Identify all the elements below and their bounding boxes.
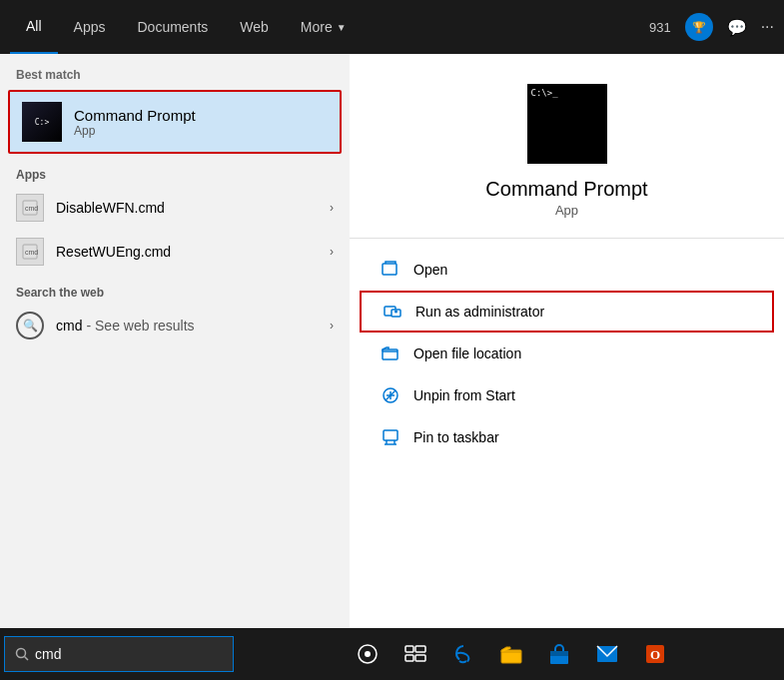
tab-documents[interactable]: Documents: [121, 0, 224, 54]
svg-text:cmd: cmd: [25, 205, 38, 212]
search-input[interactable]: [35, 646, 223, 662]
disable-wfn-label: DisableWFN.cmd: [56, 200, 165, 216]
web-suffix: - See web results: [86, 318, 194, 334]
folder-icon: [380, 342, 401, 364]
mail-icon[interactable]: [589, 636, 625, 672]
app-big-icon: C:\>_: [527, 84, 607, 164]
unpin-icon: [380, 384, 401, 406]
taskbar: O: [0, 628, 784, 680]
action-list: Open Run as administrator: [350, 239, 784, 468]
trophy-badge[interactable]: 🏆: [685, 13, 713, 41]
svg-line-16: [25, 657, 29, 661]
apps-section-label: Apps: [0, 156, 350, 186]
pin-taskbar-label: Pin to taskbar: [413, 429, 499, 445]
svg-rect-21: [405, 655, 413, 661]
disable-wfn-icon: cmd: [16, 194, 44, 222]
app-detail-top: C:\>_ Command Prompt App: [350, 54, 784, 239]
svg-point-7: [394, 311, 397, 314]
app-big-name: Command Prompt: [485, 178, 647, 201]
tab-more[interactable]: More ▼: [285, 0, 363, 54]
admin-icon: [382, 301, 403, 323]
action-unpin-start[interactable]: Unpin from Start: [350, 374, 784, 416]
taskbar-icons: O: [242, 636, 780, 672]
action-run-as-admin[interactable]: Run as administrator: [360, 291, 774, 333]
best-match-type: App: [74, 124, 196, 138]
admin-label: Run as administrator: [415, 304, 544, 320]
task-view-icon[interactable]: [397, 636, 433, 672]
svg-point-15: [17, 649, 26, 658]
main-area: Best match Command Prompt App Apps cmd D…: [0, 54, 784, 628]
action-pin-taskbar[interactable]: Pin to taskbar: [350, 416, 784, 458]
unpin-start-label: Unpin from Start: [413, 387, 515, 403]
search-box[interactable]: [4, 636, 234, 672]
office-icon[interactable]: O: [637, 636, 673, 672]
web-search-item[interactable]: 🔍 cmd - See web results ›: [0, 304, 350, 347]
command-prompt-icon: [22, 102, 62, 142]
score-number: 931: [649, 20, 671, 35]
store-icon[interactable]: [541, 636, 577, 672]
svg-rect-22: [415, 655, 425, 661]
top-bar-right: 931 🏆 💬 ···: [649, 13, 774, 41]
list-item[interactable]: cmd DisableWFN.cmd ›: [0, 186, 350, 230]
reset-wu-icon: cmd: [16, 238, 44, 266]
svg-rect-25: [550, 651, 568, 656]
svg-text:O: O: [650, 647, 660, 662]
chevron-right-icon: ›: [330, 245, 334, 259]
more-dots-icon[interactable]: ···: [761, 18, 774, 36]
left-panel: Best match Command Prompt App Apps cmd D…: [0, 54, 350, 628]
reset-wu-label: ResetWUEng.cmd: [56, 244, 171, 260]
tab-web[interactable]: Web: [224, 0, 285, 54]
top-nav-bar: All Apps Documents Web More ▼ 931 🏆 💬 ··…: [0, 0, 784, 54]
best-match-text: Command Prompt App: [74, 107, 196, 138]
svg-rect-4: [383, 264, 396, 275]
tab-apps[interactable]: Apps: [58, 0, 122, 54]
web-query: cmd: [56, 318, 82, 334]
app-big-type: App: [555, 203, 578, 218]
action-open[interactable]: Open: [350, 249, 784, 291]
edge-icon[interactable]: [445, 636, 481, 672]
action-open-file-location[interactable]: Open file location: [350, 333, 784, 374]
best-match-item[interactable]: Command Prompt App: [8, 90, 342, 154]
open-label: Open: [413, 262, 447, 278]
search-circle-icon: 🔍: [16, 312, 44, 340]
open-icon: [380, 259, 401, 281]
start-icon[interactable]: [350, 636, 386, 672]
svg-rect-19: [405, 646, 413, 652]
file-location-label: Open file location: [413, 345, 521, 361]
svg-text:cmd: cmd: [25, 249, 38, 256]
svg-point-18: [365, 651, 371, 657]
best-match-name: Command Prompt: [74, 107, 196, 124]
nav-tabs: All Apps Documents Web More ▼: [10, 0, 649, 54]
list-item[interactable]: cmd ResetWUEng.cmd ›: [0, 230, 350, 274]
right-panel: C:\>_ Command Prompt App Open: [350, 54, 784, 628]
svg-rect-20: [415, 646, 425, 652]
chevron-down-icon: ▼: [337, 22, 347, 33]
svg-rect-11: [384, 430, 397, 440]
best-match-label: Best match: [0, 54, 350, 88]
chevron-right-icon: ›: [330, 201, 334, 215]
file-explorer-icon[interactable]: [493, 636, 529, 672]
tab-all[interactable]: All: [10, 0, 58, 54]
feedback-icon[interactable]: 💬: [727, 18, 747, 37]
pin-icon: [380, 426, 401, 448]
web-search-label: Search the web: [0, 274, 350, 304]
chevron-right-icon: ›: [330, 319, 334, 333]
